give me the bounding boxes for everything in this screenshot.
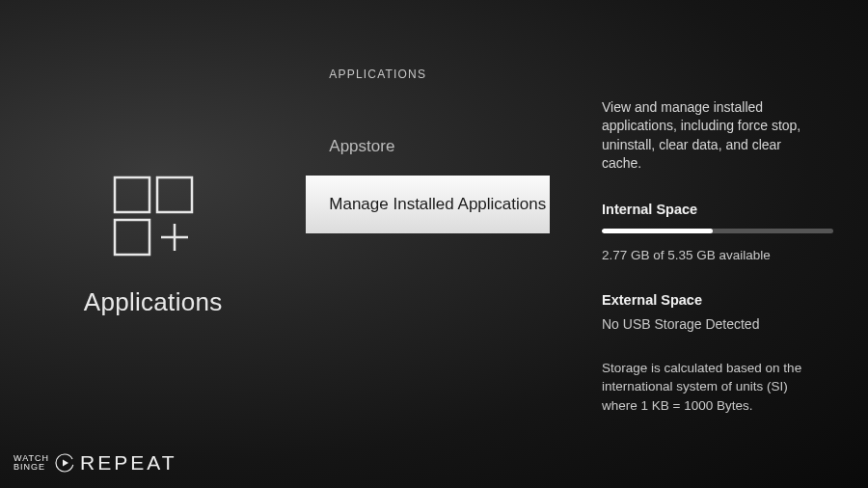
menu-item-manage-installed-applications[interactable]: Manage Installed Applications	[306, 176, 550, 233]
applications-icon	[109, 172, 198, 260]
menu-item-label: Manage Installed Applications	[329, 195, 546, 214]
menu-item-appstore[interactable]: Appstore	[306, 118, 550, 176]
watermark-line2: BINGE	[14, 463, 49, 472]
svg-marker-6	[63, 460, 68, 467]
watermark-repeat: REPEAT	[80, 451, 176, 474]
menu-item-label: Appstore	[329, 137, 394, 156]
internal-space-text: 2.77 GB of 5.35 GB available	[602, 247, 833, 265]
description-text: View and manage installed applications, …	[602, 98, 814, 173]
storage-footnote: Storage is calculated based on the inter…	[602, 359, 814, 414]
external-space-text: No USB Storage Detected	[602, 315, 833, 334]
left-pane: Applications	[0, 0, 306, 488]
menu-header: APPLICATIONS	[306, 68, 550, 81]
play-icon	[55, 453, 74, 473]
watermark: WATCH BINGE REPEAT	[14, 451, 176, 474]
internal-space-heading: Internal Space	[602, 200, 833, 219]
svg-rect-0	[115, 177, 149, 212]
internal-space-progress	[602, 229, 833, 233]
svg-rect-1	[157, 177, 192, 212]
menu-pane: APPLICATIONS Appstore Manage Installed A…	[306, 0, 550, 488]
section-title: Applications	[84, 287, 223, 317]
svg-rect-2	[115, 220, 149, 255]
external-space-heading: External Space	[602, 290, 833, 310]
watermark-stack: WATCH BINGE	[14, 454, 49, 473]
details-pane: View and manage installed applications, …	[550, 0, 868, 488]
internal-space-progress-fill	[602, 229, 713, 233]
